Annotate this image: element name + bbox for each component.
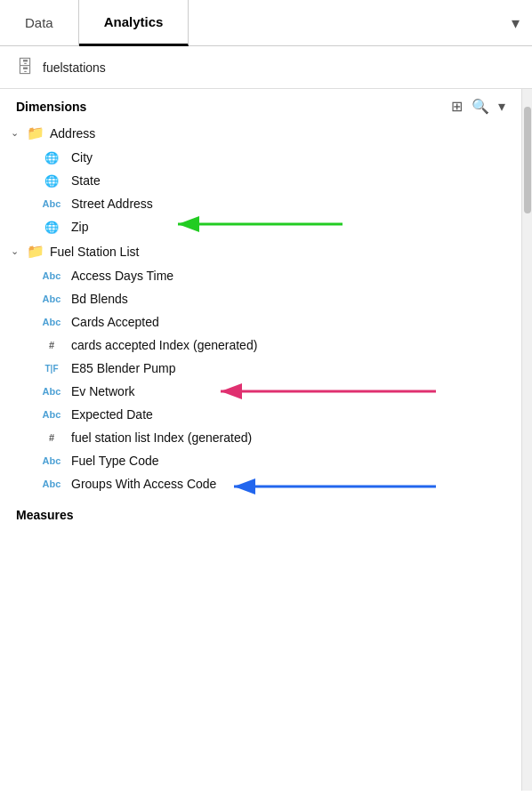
hash-icon: # — [39, 340, 64, 350]
chevron-down-icon: ▾ — [512, 13, 520, 33]
field-cards-accepted-name: Cards Accepted — [71, 315, 159, 329]
tf-icon: T|F — [39, 364, 64, 374]
abc-icon: Abc — [39, 293, 64, 304]
field-state[interactable]: 🌐 State — [0, 169, 521, 192]
group-fuel-station-list[interactable]: ⌄ 📁 Fuel Station List — [0, 238, 521, 264]
field-access-days-time[interactable]: Abc Access Days Time — [0, 264, 521, 287]
abc-icon: Abc — [39, 478, 64, 489]
field-fuel-type-code[interactable]: Abc Fuel Type Code — [0, 449, 521, 472]
field-ev-network-name: Ev Network — [71, 384, 135, 398]
group-fuel-station-label: Fuel Station List — [50, 245, 139, 259]
abc-icon: Abc — [39, 386, 64, 397]
field-groups-with-access-code-name: Groups With Access Code — [71, 477, 216, 491]
header: Data Analytics ▾ — [0, 0, 532, 46]
abc-icon: Abc — [39, 198, 64, 209]
folder-icon: 📁 — [27, 125, 44, 141]
group-address-label: Address — [50, 126, 95, 141]
datasource-bar: 🗄 fuelstations — [0, 46, 532, 89]
dimensions-section-header: Dimensions ⊞ 🔍 ▾ — [0, 89, 521, 120]
header-dropdown-button[interactable]: ▾ — [499, 0, 532, 45]
abc-icon: Abc — [39, 270, 64, 281]
field-access-days-time-name: Access Days Time — [71, 269, 173, 283]
field-zip[interactable]: 🌐 Zip — [0, 215, 521, 238]
scrollbar[interactable] — [521, 89, 532, 791]
abc-icon: Abc — [39, 409, 64, 420]
field-city-name: City — [71, 150, 93, 165]
field-e85-blender-pump[interactable]: T|F E85 Blender Pump — [0, 357, 521, 380]
hash-icon: # — [39, 432, 64, 443]
grid-view-button[interactable]: ⊞ — [451, 98, 463, 115]
field-fuel-station-index-name: fuel station list Index (generated) — [71, 430, 252, 445]
database-icon: 🗄 — [16, 57, 34, 77]
dimensions-dropdown-button[interactable]: ▾ — [498, 98, 505, 115]
abc-icon: Abc — [39, 317, 64, 327]
tab-analytics-label: Analytics — [104, 14, 164, 29]
globe-icon: 🌐 — [39, 151, 64, 165]
dimensions-panel: Dimensions ⊞ 🔍 ▾ ⌄ 📁 Address 🌐 City 🌐 — [0, 89, 521, 536]
dimensions-title: Dimensions — [16, 100, 444, 114]
tab-data-label: Data — [25, 15, 53, 30]
field-city[interactable]: 🌐 City — [0, 146, 521, 169]
globe-icon: 🌐 — [39, 174, 64, 188]
field-expected-date[interactable]: Abc Expected Date — [0, 403, 521, 426]
field-cards-accepted-index-name: cards accepted Index (generated) — [71, 338, 257, 352]
abc-icon: Abc — [39, 455, 64, 466]
field-bd-blends-name: Bd Blends — [71, 292, 128, 306]
field-bd-blends[interactable]: Abc Bd Blends — [0, 287, 521, 310]
field-e85-blender-pump-name: E85 Blender Pump — [71, 361, 176, 375]
scrollbar-thumb[interactable] — [524, 107, 531, 213]
field-street-address[interactable]: Abc Street Address — [0, 192, 521, 215]
globe-icon: 🌐 — [39, 221, 64, 234]
section-toolbar: ⊞ 🔍 ▾ — [451, 98, 505, 115]
tab-analytics[interactable]: Analytics — [79, 0, 189, 46]
field-fuel-type-code-name: Fuel Type Code — [71, 454, 159, 468]
field-zip-name: Zip — [71, 220, 88, 234]
chevron-icon: ⌄ — [11, 127, 21, 139]
datasource-name: fuelstations — [43, 60, 106, 75]
tab-data[interactable]: Data — [0, 0, 79, 45]
panel-wrapper: Dimensions ⊞ 🔍 ▾ ⌄ 📁 Address 🌐 City 🌐 — [0, 89, 521, 791]
field-street-address-name: Street Address — [71, 197, 153, 211]
field-cards-accepted-index[interactable]: # cards accepted Index (generated) — [0, 334, 521, 357]
field-groups-with-access-code[interactable]: Abc Groups With Access Code — [0, 472, 521, 495]
search-button[interactable]: 🔍 — [472, 98, 489, 115]
field-state-name: State — [71, 173, 101, 188]
field-ev-network[interactable]: Abc Ev Network — [0, 380, 521, 403]
chevron-icon: ⌄ — [11, 245, 21, 257]
field-cards-accepted[interactable]: Abc Cards Accepted — [0, 310, 521, 334]
measures-title: Measures — [16, 508, 74, 522]
group-address[interactable]: ⌄ 📁 Address — [0, 120, 521, 146]
field-fuel-station-index[interactable]: # fuel station list Index (generated) — [0, 426, 521, 449]
measures-section-header: Measures — [0, 495, 521, 527]
folder-icon: 📁 — [27, 243, 44, 260]
main-content: Dimensions ⊞ 🔍 ▾ ⌄ 📁 Address 🌐 City 🌐 — [0, 89, 532, 791]
field-expected-date-name: Expected Date — [71, 407, 153, 422]
